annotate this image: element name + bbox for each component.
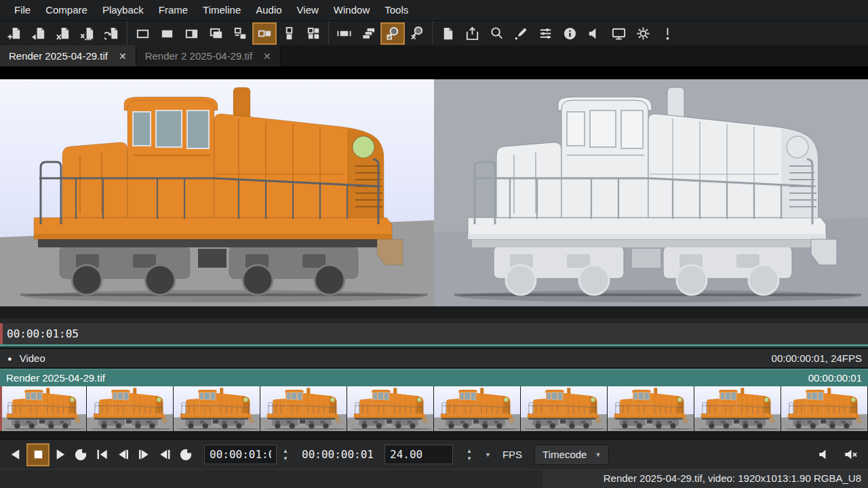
stepper-down-icon[interactable]: ▼ — [467, 456, 472, 461]
menu-window[interactable]: Window — [326, 0, 377, 20]
search-button[interactable] — [484, 22, 509, 45]
frame-thumbnail[interactable] — [260, 386, 347, 431]
tab-render-1[interactable]: Render 2025-04-29.tif ✕ — [0, 45, 136, 66]
files-panel-button[interactable] — [435, 22, 460, 45]
previous-frame-button[interactable] — [113, 444, 134, 465]
tab-close-icon[interactable]: ✕ — [119, 51, 127, 62]
frame-thumbnail[interactable] — [781, 386, 867, 431]
fps-label: FPS — [502, 449, 522, 460]
toolbar-separator — [127, 22, 127, 45]
compare-tile-button[interactable] — [301, 22, 326, 45]
timeline-loop-icon[interactable] — [176, 444, 197, 465]
compare-vertical-button[interactable] — [277, 22, 301, 45]
track-enable-icon[interactable]: ● — [7, 354, 12, 363]
frame-stepper[interactable]: ▲ ▼ — [280, 449, 291, 461]
play-forward-button[interactable] — [50, 444, 71, 465]
loop-mode-icon[interactable] — [71, 444, 92, 465]
close-file-button[interactable] — [51, 22, 75, 45]
magnify-reset-button[interactable] — [405, 22, 429, 45]
tab-render-2[interactable]: Render 2 2025-04-29.tif ✕ — [136, 45, 281, 66]
presentation-mode-button[interactable] — [332, 22, 356, 45]
menu-compare[interactable]: Compare — [38, 0, 95, 20]
time-display-value: Timecode — [542, 449, 587, 460]
locomotive-wireframe-image — [434, 79, 868, 306]
playhead-timecode: 00:00:01:05 — [7, 327, 79, 340]
frame-thumbnail[interactable] — [521, 386, 607, 431]
menu-bar: File Compare Playback Frame Timeline Aud… — [0, 0, 868, 20]
tab-label: Render 2 2025-04-29.tif — [145, 50, 252, 62]
volume-icon[interactable] — [815, 446, 833, 464]
open-with-audio-button[interactable] — [26, 22, 51, 45]
timeline-scrubber[interactable] — [0, 344, 868, 348]
clip-end-info: 00:00:00:01 — [808, 372, 862, 384]
fps-input[interactable] — [384, 445, 453, 464]
stepper-up-icon[interactable]: ▲ — [467, 449, 472, 453]
menu-frame[interactable]: Frame — [151, 0, 195, 20]
thumbnail-strip[interactable] — [0, 386, 868, 439]
frame-thumbnail[interactable] — [434, 386, 520, 431]
frame-thumbnail[interactable] — [0, 386, 86, 431]
playhead-marker[interactable] — [0, 386, 2, 431]
current-frame-input[interactable] — [204, 445, 277, 464]
viewer-pane-b[interactable] — [434, 79, 868, 306]
menu-tools[interactable]: Tools — [377, 0, 416, 20]
compare-overlay-button[interactable] — [203, 22, 228, 45]
compare-horizontal-button[interactable] — [252, 22, 277, 45]
transport-bar: ▲ ▼ 00:00:00:01 ▲ ▼ ▼ FPS Timecode ▼ — [0, 439, 868, 469]
go-to-start-button[interactable] — [92, 444, 113, 465]
playhead-marker[interactable] — [0, 323, 3, 344]
menu-file[interactable]: File — [7, 0, 38, 20]
window-stack-button[interactable] — [356, 22, 380, 45]
frame-thumbnail[interactable] — [347, 386, 433, 431]
toolbar — [0, 20, 868, 45]
compare-wipe-button[interactable] — [179, 22, 203, 45]
menu-playback[interactable]: Playback — [95, 0, 151, 20]
menu-timeline[interactable]: Timeline — [195, 0, 248, 20]
annotate-button[interactable] — [509, 22, 533, 45]
frame-thumbnail[interactable] — [694, 386, 781, 431]
frame-thumbnail[interactable] — [174, 386, 260, 431]
magnify-zoom-button[interactable] — [380, 22, 405, 45]
errors-log-button[interactable] — [655, 22, 679, 45]
clip-bar[interactable]: Render 2025-04-29.tif 00:00:00:01 — [0, 369, 868, 386]
viewer — [0, 66, 868, 306]
menu-audio[interactable]: Audio — [248, 0, 289, 20]
mute-icon[interactable] — [842, 446, 859, 464]
stop-button[interactable] — [26, 443, 50, 466]
frame-thumbnail[interactable] — [608, 386, 694, 431]
time-display-dropdown[interactable]: Timecode ▼ — [534, 445, 609, 465]
track-label: Video — [20, 352, 45, 364]
media-info-button[interactable] — [557, 22, 582, 45]
chevron-down-icon: ▼ — [595, 451, 601, 458]
toolbar-separator — [432, 22, 433, 45]
display-settings-button[interactable] — [606, 22, 631, 45]
stepper-up-icon[interactable]: ▲ — [283, 449, 288, 453]
go-to-end-button[interactable] — [155, 444, 176, 465]
fps-stepper[interactable]: ▲ ▼ — [464, 449, 475, 461]
tab-close-icon[interactable]: ✕ — [263, 51, 271, 62]
play-backwards-button[interactable] — [5, 444, 26, 465]
timeline-ruler[interactable]: 00:00:01:05 — [0, 323, 868, 344]
next-frame-button[interactable] — [134, 444, 155, 465]
media-info-status: Render 2025-04-29.tif, video: 1920x1013:… — [542, 470, 868, 488]
frame-thumbnail[interactable] — [87, 386, 173, 431]
reload-file-button[interactable] — [100, 22, 124, 45]
settings-button[interactable] — [631, 22, 655, 45]
fps-preset-dropdown-icon[interactable]: ▼ — [485, 451, 491, 458]
close-all-files-button[interactable] — [75, 22, 100, 45]
export-button[interactable] — [460, 22, 484, 45]
open-file-button[interactable] — [2, 22, 26, 45]
viewer-pane-a[interactable] — [0, 79, 434, 306]
volume-controls — [815, 446, 859, 464]
media-review-window: File Compare Playback Frame Timeline Aud… — [0, 0, 868, 488]
menu-view[interactable]: View — [290, 0, 326, 20]
audio-panel-button[interactable] — [582, 22, 606, 45]
video-track-row[interactable]: ● Video 00:00:00:01, 24FPS — [0, 349, 868, 367]
stepper-down-icon[interactable]: ▼ — [283, 456, 288, 461]
compare-b-button[interactable] — [155, 22, 179, 45]
compare-a-button[interactable] — [130, 22, 155, 45]
color-controls-button[interactable] — [533, 22, 557, 45]
compare-difference-button[interactable] — [228, 22, 252, 45]
status-bar: Render 2025-04-29.tif, video: 1920x1013:… — [0, 469, 868, 488]
timeline-spacer — [0, 306, 868, 323]
